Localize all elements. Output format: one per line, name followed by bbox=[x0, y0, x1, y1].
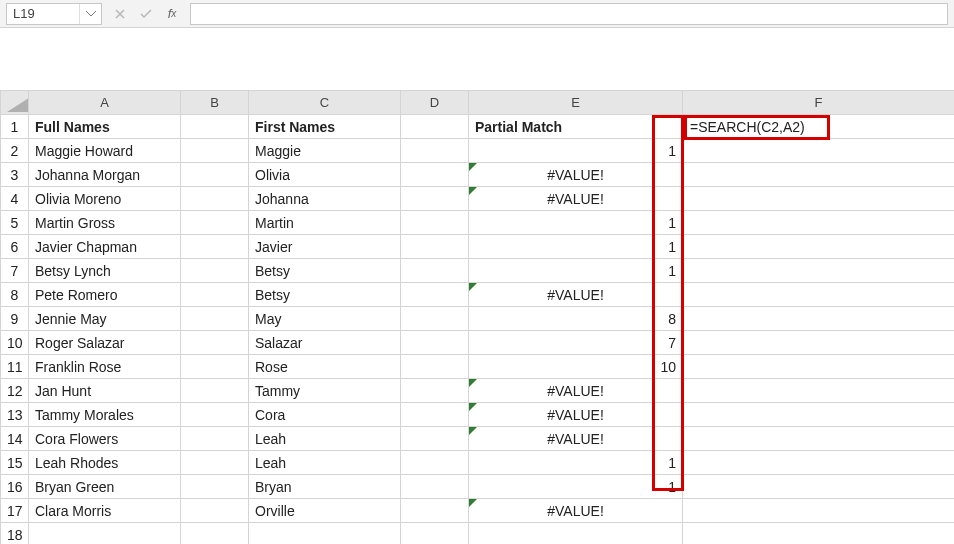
cell[interactable]: Cora Flowers bbox=[29, 427, 181, 451]
cell[interactable] bbox=[401, 499, 469, 523]
cell[interactable] bbox=[181, 427, 249, 451]
cell[interactable]: Franklin Rose bbox=[29, 355, 181, 379]
cell[interactable]: Clara Morris bbox=[29, 499, 181, 523]
cell[interactable]: Roger Salazar bbox=[29, 331, 181, 355]
cell[interactable]: 7 bbox=[469, 331, 683, 355]
cell[interactable] bbox=[181, 115, 249, 139]
row-header[interactable]: 4 bbox=[1, 187, 29, 211]
cell[interactable]: Jennie May bbox=[29, 307, 181, 331]
cell[interactable]: Betsy Lynch bbox=[29, 259, 181, 283]
cell[interactable] bbox=[181, 235, 249, 259]
cell[interactable] bbox=[683, 331, 955, 355]
cell[interactable]: Cora bbox=[249, 403, 401, 427]
cell[interactable]: Tammy bbox=[249, 379, 401, 403]
cell[interactable] bbox=[683, 283, 955, 307]
cell[interactable] bbox=[181, 331, 249, 355]
cell[interactable] bbox=[181, 283, 249, 307]
cell[interactable] bbox=[401, 403, 469, 427]
cell[interactable] bbox=[181, 451, 249, 475]
cell[interactable] bbox=[181, 475, 249, 499]
cell[interactable] bbox=[401, 283, 469, 307]
cell[interactable] bbox=[401, 475, 469, 499]
row-header[interactable]: 9 bbox=[1, 307, 29, 331]
cell[interactable] bbox=[401, 235, 469, 259]
cell[interactable]: 10 bbox=[469, 355, 683, 379]
row-header[interactable]: 5 bbox=[1, 211, 29, 235]
cell[interactable]: Johanna bbox=[249, 187, 401, 211]
cell[interactable]: Maggie bbox=[249, 139, 401, 163]
cell[interactable] bbox=[401, 139, 469, 163]
cell[interactable]: Javier bbox=[249, 235, 401, 259]
cell[interactable]: Bryan Green bbox=[29, 475, 181, 499]
cell[interactable]: 8 bbox=[469, 307, 683, 331]
col-header-C[interactable]: C bbox=[249, 91, 401, 115]
cell[interactable] bbox=[181, 355, 249, 379]
cell[interactable]: Partial Match bbox=[469, 115, 683, 139]
cell[interactable]: #VALUE! bbox=[469, 379, 683, 403]
cell[interactable] bbox=[469, 523, 683, 545]
row-header[interactable]: 16 bbox=[1, 475, 29, 499]
cell[interactable]: 1 bbox=[469, 211, 683, 235]
cell[interactable]: #VALUE! bbox=[469, 283, 683, 307]
col-header-F[interactable]: F bbox=[683, 91, 955, 115]
row-header[interactable]: 15 bbox=[1, 451, 29, 475]
cell[interactable] bbox=[401, 163, 469, 187]
cell[interactable] bbox=[683, 307, 955, 331]
select-all-corner[interactable] bbox=[1, 91, 29, 115]
row-header[interactable]: 2 bbox=[1, 139, 29, 163]
row-header[interactable]: 10 bbox=[1, 331, 29, 355]
row-header[interactable]: 12 bbox=[1, 379, 29, 403]
cell[interactable] bbox=[181, 307, 249, 331]
cell[interactable] bbox=[181, 139, 249, 163]
cell[interactable] bbox=[29, 523, 181, 545]
cell[interactable]: Johanna Morgan bbox=[29, 163, 181, 187]
cell[interactable]: 1 bbox=[469, 475, 683, 499]
cell[interactable] bbox=[401, 379, 469, 403]
cell[interactable] bbox=[401, 451, 469, 475]
cell[interactable]: #VALUE! bbox=[469, 403, 683, 427]
cell[interactable] bbox=[683, 139, 955, 163]
cell[interactable]: Leah bbox=[249, 451, 401, 475]
cell[interactable] bbox=[249, 523, 401, 545]
col-header-D[interactable]: D bbox=[401, 91, 469, 115]
row-header[interactable]: 7 bbox=[1, 259, 29, 283]
cell[interactable]: May bbox=[249, 307, 401, 331]
cell[interactable] bbox=[401, 187, 469, 211]
col-header-B[interactable]: B bbox=[181, 91, 249, 115]
row-header[interactable]: 6 bbox=[1, 235, 29, 259]
cell[interactable] bbox=[401, 307, 469, 331]
cell[interactable]: Olivia bbox=[249, 163, 401, 187]
cell[interactable] bbox=[683, 163, 955, 187]
cell[interactable] bbox=[401, 355, 469, 379]
cell[interactable]: 1 bbox=[469, 139, 683, 163]
cell[interactable]: Salazar bbox=[249, 331, 401, 355]
cell[interactable] bbox=[181, 163, 249, 187]
cell[interactable]: #VALUE! bbox=[469, 187, 683, 211]
cell[interactable] bbox=[683, 523, 955, 545]
cell[interactable]: Betsy bbox=[249, 283, 401, 307]
cell[interactable] bbox=[683, 403, 955, 427]
cell[interactable] bbox=[401, 523, 469, 545]
row-header[interactable]: 18 bbox=[1, 523, 29, 545]
cell[interactable]: Pete Romero bbox=[29, 283, 181, 307]
cell[interactable] bbox=[181, 523, 249, 545]
spreadsheet-grid[interactable]: A B C D E F 1Full NamesFirst NamesPartia… bbox=[0, 90, 954, 544]
cell[interactable]: #VALUE! bbox=[469, 163, 683, 187]
fx-icon[interactable]: fx bbox=[160, 3, 184, 25]
cell[interactable]: #VALUE! bbox=[469, 427, 683, 451]
row-header[interactable]: 11 bbox=[1, 355, 29, 379]
row-header[interactable]: 13 bbox=[1, 403, 29, 427]
row-header[interactable]: 8 bbox=[1, 283, 29, 307]
name-box[interactable] bbox=[6, 3, 102, 25]
row-header[interactable]: 3 bbox=[1, 163, 29, 187]
name-box-input[interactable] bbox=[7, 4, 79, 24]
cell[interactable]: Jan Hunt bbox=[29, 379, 181, 403]
cell[interactable] bbox=[181, 259, 249, 283]
row-header[interactable]: 1 bbox=[1, 115, 29, 139]
cell[interactable]: 1 bbox=[469, 259, 683, 283]
cell[interactable] bbox=[181, 379, 249, 403]
row-header[interactable]: 14 bbox=[1, 427, 29, 451]
cell[interactable]: Martin Gross bbox=[29, 211, 181, 235]
cell[interactable]: 1 bbox=[469, 235, 683, 259]
cell[interactable] bbox=[401, 427, 469, 451]
